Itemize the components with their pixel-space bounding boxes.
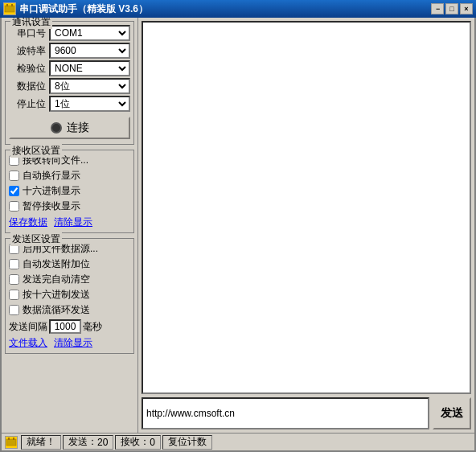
interval-row: 发送间隔 毫秒 [9, 319, 130, 334]
svg-rect-1 [6, 4, 8, 6]
auto-clear-row: 发送完自动清空 [9, 273, 130, 286]
parity-label: 检验位 [9, 62, 46, 76]
databits-label: 数据位 [9, 80, 46, 93]
databits-row: 数据位 5位 6位 7位 8位 [9, 78, 130, 94]
reset-count-label: 复位计数 [168, 435, 207, 449]
receive-settings-title: 接收区设置 [10, 144, 62, 158]
connect-indicator [51, 122, 62, 134]
close-button[interactable]: × [460, 3, 473, 14]
titlebar: 串口调试助手（精装版 V3.6） － □ × [0, 0, 476, 18]
parity-select[interactable]: NONE ODD EVEN [49, 60, 130, 76]
comm-settings-title: 通讯设置 [10, 18, 52, 29]
loop-send-checkbox[interactable] [9, 305, 19, 315]
pause-display-label: 暂停接收显示 [23, 199, 80, 213]
receive-settings-group: 接收区设置 接收转向文件... 自动换行显示 十六进制显示 暂停接收显示 [5, 150, 134, 233]
main-content: 通讯设置 串口号 COM1 COM2 COM3 COM4 波特率 1200 24… [2, 18, 474, 433]
minimize-button[interactable]: － [431, 3, 444, 14]
receive-count: 0 [150, 437, 155, 448]
left-panel: 通讯设置 串口号 COM1 COM2 COM3 COM4 波特率 1200 24… [2, 18, 138, 433]
svg-rect-5 [13, 438, 14, 440]
file-load-link[interactable]: 文件载入 [9, 336, 47, 350]
hex-display-label: 十六进制显示 [23, 184, 80, 198]
stopbits-row: 停止位 1位 2位 [9, 96, 130, 112]
send-count-label: 发送： [68, 435, 97, 449]
svg-rect-3 [6, 439, 16, 446]
receive-count-section: 接收： 0 [115, 435, 161, 450]
auto-add-label: 自动发送附加位 [23, 257, 90, 271]
send-row: 发送 [142, 397, 471, 429]
send-count-section: 发送： 20 [63, 435, 113, 450]
hex-display-row: 十六进制显示 [9, 184, 130, 198]
hex-send-row: 按十六进制发送 [9, 288, 130, 302]
parity-row: 检验位 NONE ODD EVEN [9, 60, 130, 76]
databits-select[interactable]: 5位 6位 7位 8位 [49, 78, 130, 94]
hex-send-label: 按十六进制发送 [23, 288, 90, 302]
save-data-link[interactable]: 保存数据 [9, 216, 47, 229]
send-links: 文件载入 清除显示 [9, 336, 130, 350]
send-count: 20 [97, 437, 108, 448]
send-input[interactable] [142, 397, 429, 429]
receive-textarea[interactable] [142, 21, 471, 394]
port-select[interactable]: COM1 COM2 COM3 COM4 [49, 25, 130, 41]
auto-display-row: 自动换行显示 [9, 169, 130, 183]
stopbits-select[interactable]: 1位 2位 [49, 96, 130, 112]
stopbits-label: 停止位 [9, 97, 46, 111]
clear-receive-link[interactable]: 清除显示 [54, 216, 92, 229]
maximize-button[interactable]: □ [445, 3, 458, 14]
loop-send-row: 数据流循环发送 [9, 303, 130, 317]
connect-button[interactable]: 连接 [9, 117, 130, 139]
status-bar: 就绪！ 发送： 20 接收： 0 复位计数 [2, 433, 474, 450]
status-icon [5, 436, 18, 449]
clear-send-link[interactable]: 清除显示 [54, 336, 92, 350]
interval-unit: 毫秒 [83, 320, 102, 334]
baud-label: 波特率 [9, 44, 46, 58]
interval-input[interactable] [49, 319, 81, 334]
loop-send-label: 数据流循环发送 [23, 303, 90, 317]
send-button[interactable]: 发送 [433, 397, 471, 429]
receive-links: 保存数据 清除显示 [9, 216, 130, 229]
svg-rect-2 [11, 4, 13, 6]
right-panel: 发送 [138, 18, 474, 433]
titlebar-buttons[interactable]: － □ × [431, 3, 473, 14]
connect-label: 连接 [67, 121, 89, 135]
auto-add-row: 自动发送附加位 [9, 257, 130, 271]
pause-display-checkbox[interactable] [9, 201, 19, 212]
auto-add-checkbox[interactable] [9, 259, 19, 269]
baud-select[interactable]: 1200 2400 4800 9600 19200 38400 57600 11… [49, 43, 130, 59]
auto-display-checkbox[interactable] [9, 171, 19, 181]
receive-count-label: 接收： [121, 435, 150, 449]
comm-settings-group: 通讯设置 串口号 COM1 COM2 COM3 COM4 波特率 1200 24… [5, 21, 134, 145]
hex-send-checkbox[interactable] [9, 290, 19, 300]
svg-rect-4 [8, 438, 10, 440]
send-settings-group: 发送区设置 启用文件数据源... 自动发送附加位 发送完自动清空 按十六进制发送 [5, 238, 134, 354]
baud-row: 波特率 1200 2400 4800 9600 19200 38400 5760… [9, 43, 130, 59]
titlebar-left: 串口调试助手（精装版 V3.6） [3, 2, 148, 16]
auto-clear-checkbox[interactable] [9, 274, 19, 285]
auto-clear-label: 发送完自动清空 [23, 273, 90, 286]
status-text-section: 就绪！ [21, 435, 61, 450]
svg-rect-0 [5, 6, 14, 12]
window-title: 串口调试助手（精装版 V3.6） [19, 2, 148, 16]
main-window: 通讯设置 串口号 COM1 COM2 COM3 COM4 波特率 1200 24… [0, 18, 476, 452]
hex-display-checkbox[interactable] [9, 186, 19, 196]
interval-label: 发送间隔 [9, 320, 47, 334]
auto-display-label: 自动换行显示 [23, 169, 80, 183]
status-text: 就绪！ [27, 435, 55, 449]
pause-display-row: 暂停接收显示 [9, 199, 130, 213]
reset-count-section[interactable]: 复位计数 [162, 435, 212, 450]
send-settings-title: 发送区设置 [10, 232, 62, 246]
app-icon [3, 2, 16, 15]
